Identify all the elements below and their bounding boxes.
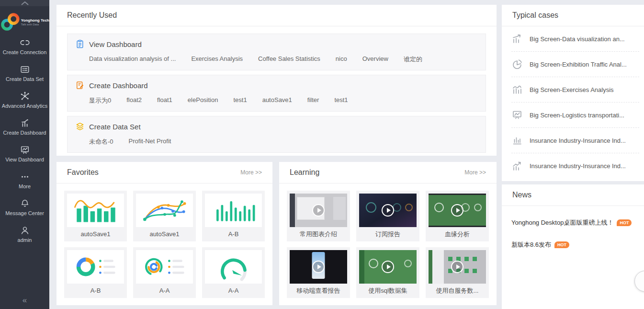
learning-header: Learning More >> — [279, 162, 497, 183]
recent-item[interactable]: Exercises Analysis — [191, 55, 243, 64]
case-item[interactable]: Big Screen-Data visualization an... — [511, 26, 639, 52]
chevron-up-icon — [21, 1, 29, 5]
play-icon[interactable] — [312, 204, 325, 217]
favorite-label: autoSave1 — [136, 227, 193, 241]
recent-item[interactable]: Coffee Sales Statistics — [258, 55, 320, 64]
learning-panel: Learning More >> 常用图表介绍 订阅报告 血缘分析 移动端查看报… — [279, 162, 497, 305]
recent-item[interactable]: filter — [307, 96, 319, 105]
favorites-more-link[interactable]: More >> — [240, 169, 262, 176]
sidebar-item-label: Create Data Set — [6, 76, 44, 82]
sidebar-item-label: Create Dashboard — [3, 130, 46, 136]
favorite-tile[interactable]: A-B — [64, 247, 127, 298]
bars-curve-icon — [511, 84, 523, 95]
recent-item[interactable]: test1 — [334, 96, 348, 105]
sidebar-item-view-dashboard[interactable]: View Dashboard — [0, 140, 49, 167]
presentation-icon — [20, 145, 30, 155]
monitor-chart-icon — [511, 109, 523, 121]
favorite-tile[interactable]: autoSave1 — [133, 191, 196, 241]
network-icon — [20, 91, 30, 102]
sidebar-item-message-center[interactable]: Message Center — [0, 194, 49, 220]
sidebar-collapse-up[interactable] — [0, 0, 49, 6]
group-title: Create Data Set — [89, 123, 141, 131]
gauge-chart-thumbnail — [205, 250, 262, 284]
radial-arcs-chart-thumbnail — [136, 250, 193, 284]
group-title: Create Dashboard — [89, 81, 148, 90]
recent-item[interactable]: 谁定的 — [404, 55, 422, 64]
favorites-header: Favorites More >> — [56, 162, 272, 183]
sidebar: Yonghong Tech Talk with Data Create Conn… — [0, 0, 49, 309]
bars-arrow-icon — [511, 33, 523, 45]
learning-tile[interactable]: 使用自服务数... — [426, 247, 489, 298]
play-icon[interactable] — [382, 261, 394, 273]
bell-icon — [20, 198, 30, 209]
layers-icon — [75, 122, 85, 131]
recent-item[interactable]: float1 — [157, 96, 172, 105]
learning-label: 常用图表介绍 — [290, 227, 347, 241]
sidebar-item-more[interactable]: More — [0, 167, 49, 194]
video-thumbnail — [429, 194, 486, 227]
case-item[interactable]: Big Screen-Exhibition Traffic Anal... — [511, 52, 639, 77]
sidebar-item-admin[interactable]: admin — [0, 220, 49, 247]
panel-title: Learning — [290, 168, 319, 177]
learning-tile[interactable]: 血缘分析 — [426, 191, 489, 241]
collapse-left-icon: « — [23, 296, 27, 305]
case-item[interactable]: Insurance Industry-Insurance Ind... — [511, 153, 639, 179]
case-item[interactable]: Insurance Industry-Insurance Ind... — [511, 128, 639, 153]
bar-line-chart-thumbnail — [67, 194, 124, 227]
favorite-tile[interactable]: A-A — [202, 247, 265, 298]
learning-tile[interactable]: 使用sql数据集 — [356, 247, 419, 298]
sidebar-item-create-data-set[interactable]: Create Data Set — [0, 59, 49, 86]
favorite-tile[interactable]: A-A — [133, 247, 196, 298]
news-text: 新版本8.6发布 — [511, 240, 551, 249]
video-thumbnail — [429, 250, 486, 284]
recent-item[interactable]: 未命名-0 — [89, 137, 113, 146]
recent-item[interactable]: Data visualization analysis of ... — [89, 55, 176, 64]
favorite-label: A-A — [205, 284, 262, 298]
news-item[interactable]: 新版本8.6发布 HOT — [511, 240, 634, 249]
recent-item[interactable]: Overview — [362, 55, 388, 64]
pie-icon — [511, 58, 523, 70]
favorite-tile[interactable]: autoSave1 — [64, 191, 127, 241]
recent-item[interactable]: float2 — [126, 96, 142, 105]
recent-item[interactable]: elePosition — [188, 96, 218, 105]
news-item[interactable]: Yonghong Desktop桌面版重磅上线！ HOT — [511, 218, 634, 227]
recent-item[interactable]: 显示为0 — [89, 96, 111, 105]
sidebar-collapse-left[interactable]: « — [0, 296, 49, 305]
typical-cases-header: Typical cases — [502, 5, 644, 26]
recently-used-groups: View Dashboard Data visualization analys… — [56, 26, 497, 160]
sidebar-item-create-dashboard[interactable]: Create Dashboard — [0, 113, 49, 140]
histogram-chart-thumbnail — [205, 194, 262, 227]
recent-item[interactable]: autoSave1 — [262, 96, 292, 105]
group-create-dashboard: Create Dashboard 显示为0 float2 float1 eleP… — [67, 75, 486, 112]
favorites-panel: Favorites More >> autoSave1 autoSave1 — [56, 162, 272, 305]
news-header: News — [502, 184, 644, 206]
link-icon — [20, 37, 30, 48]
play-icon[interactable] — [451, 204, 463, 217]
play-icon[interactable] — [451, 261, 463, 273]
play-icon[interactable] — [382, 204, 394, 217]
favorite-label: autoSave1 — [67, 227, 124, 241]
learning-tile[interactable]: 常用图表介绍 — [287, 191, 350, 241]
recently-used-header: Recently Used — [56, 5, 497, 26]
case-item[interactable]: Big Screen-Exercises Analysis — [511, 77, 639, 103]
case-item[interactable]: Big Screen-Logistics transportati... — [511, 103, 639, 128]
recent-item[interactable]: nico — [336, 55, 347, 64]
sidebar-item-label: Create Connection — [3, 49, 47, 55]
logo-rings-icon — [0, 12, 21, 32]
video-thumbnail — [359, 194, 417, 227]
group-title: View Dashboard — [89, 40, 142, 48]
favorite-label: A-B — [67, 284, 124, 298]
group-create-data-set: Create Data Set 未命名-0 Profit-Net Profit — [67, 116, 486, 153]
recent-item[interactable]: Profit-Net Profit — [129, 137, 171, 146]
play-icon[interactable] — [312, 261, 325, 273]
panel-title: Favorites — [67, 168, 99, 177]
learning-tile[interactable]: 移动端查看报告 — [287, 247, 350, 298]
sidebar-item-create-connection[interactable]: Create Connection — [0, 33, 49, 59]
app-logo: Yonghong Tech Talk with Data — [0, 12, 49, 32]
favorite-tile[interactable]: A-B — [202, 191, 265, 241]
learning-tile[interactable]: 订阅报告 — [356, 191, 419, 241]
hot-badge: HOT — [617, 219, 632, 226]
learning-more-link[interactable]: More >> — [464, 169, 486, 176]
sidebar-item-advanced-analytics[interactable]: Advanced Analytics — [0, 86, 49, 113]
recent-item[interactable]: test1 — [233, 96, 247, 105]
